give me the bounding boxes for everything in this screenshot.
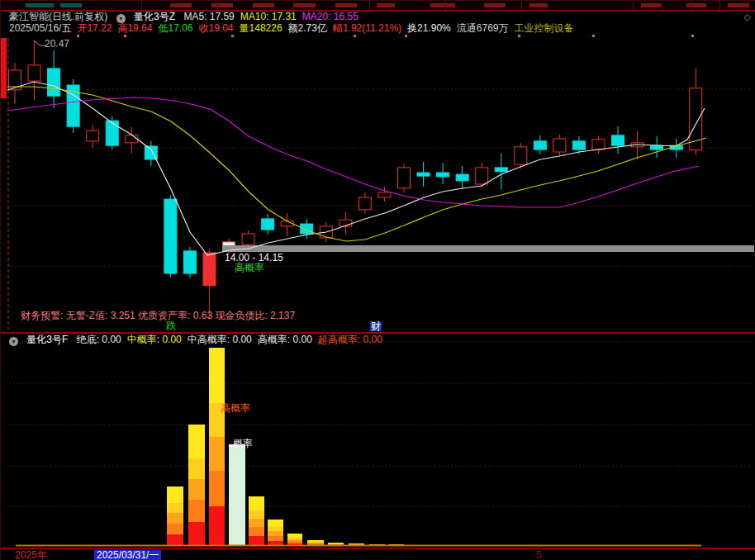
indicator2-stats: 绝底: 0.00中概率: 0.00中高概率: 0.00高概率: 0.00超高概率…: [77, 334, 388, 345]
candle-body: [515, 147, 527, 164]
hist-bar: [268, 520, 283, 546]
candle-body: [651, 145, 663, 149]
quote-token: 高19.64: [117, 22, 152, 34]
pane1-header: 豪江智能(日线.前复权) ▾ 量化3号Z MA5: 17.59MA10: 17.…: [9, 12, 370, 23]
candle-body: [495, 168, 507, 172]
quote-token[interactable]: 工业控制设备: [515, 22, 574, 34]
candle-body: [456, 174, 468, 181]
quote-token: 收19.04: [199, 22, 234, 34]
quote-token: 量148226: [240, 22, 283, 34]
ma-token: MA20: 16.55: [302, 11, 359, 22]
candle-body: [612, 135, 624, 145]
band-probability-label: 高概率: [235, 263, 264, 273]
indicator2-name: 量化3号F: [26, 334, 68, 345]
candle-body: [203, 253, 216, 286]
hist-bar: [188, 425, 205, 546]
hist-label-probability: 概率: [233, 439, 253, 448]
quote-token: 开17.22: [77, 22, 112, 34]
chart-canvas: [1, 1, 755, 560]
hist-label-high-probability: 高概率: [221, 403, 250, 413]
hist-bar: [249, 496, 264, 546]
quote-token: 低17.06: [158, 22, 192, 34]
quote-token: 流通6769万: [457, 22, 509, 34]
signal-dot: [518, 35, 520, 37]
ma5-line: [7, 82, 705, 255]
candle-body: [553, 139, 566, 152]
candle-body: [476, 168, 488, 184]
axis-partial-label: 5: [536, 550, 542, 560]
stat-token: 超高概率: 0.00: [318, 334, 382, 345]
finance-tag[interactable]: 财: [370, 321, 382, 331]
candle-body: [28, 65, 40, 81]
hist-bar: [229, 444, 245, 546]
candle-body: [126, 135, 138, 143]
ma-token: MA10: 17.31: [240, 11, 297, 22]
candle-body: [592, 140, 605, 149]
stat-token: 绝底: 0.00: [77, 334, 121, 345]
quote-token: 2025/05/16/五: [9, 22, 71, 34]
ma10-line: [7, 87, 706, 241]
signal-dot: [354, 35, 356, 37]
candle-body: [378, 192, 391, 197]
candle-body: [183, 251, 196, 273]
candle-body: [164, 199, 177, 273]
stat-token: 中高概率: 0.00: [188, 334, 252, 345]
axis-date-label: 2025/03/31/一: [94, 550, 161, 560]
high-price-label: 20.47: [45, 39, 69, 49]
axis-year-label: 2025年: [15, 550, 47, 560]
ma-token: MA5: 17.59: [183, 11, 234, 22]
pane2-header: ▾ 量化3号F 绝底: 0.00中概率: 0.00中高概率: 0.00高概率: …: [9, 335, 394, 346]
candle-body: [87, 131, 99, 141]
candle-body: [262, 219, 274, 230]
candle-body: [417, 173, 430, 176]
candle-body: [106, 121, 118, 145]
stat-token: 中概率: 0.00: [127, 334, 182, 345]
candle-body: [359, 197, 371, 210]
ma-values: MA5: 17.59MA10: 17.31MA20: 16.55: [183, 11, 363, 22]
signal-dot: [592, 35, 595, 37]
fall-tag: 跌: [166, 320, 176, 330]
candle-body: [572, 141, 585, 149]
hist-bar: [209, 348, 225, 546]
ma20-line: [7, 97, 699, 207]
signal-dot: [405, 35, 407, 37]
indicator-name: 量化3号Z: [134, 11, 175, 22]
collapse-icon-2[interactable]: ▾: [9, 337, 18, 346]
trading-terminal-window: ◇ 豪江智能(日线.前复权) ▾ 量化3号Z MA5: 17.59MA10: 1…: [0, 0, 755, 560]
signal-dot: [77, 35, 79, 37]
stat-token: 高概率: 0.00: [258, 334, 312, 345]
time-axis: 2025年 2025/03/31/一 5: [1, 550, 755, 560]
candle-body: [398, 168, 411, 188]
hist-bar: [287, 534, 302, 546]
candle-body: [242, 234, 254, 244]
hist-bar: [167, 486, 183, 546]
finance-warning-text: 财务预警: 无警-Z值: 3.251 优质资产率: 0.63 现金负债比: 2.…: [21, 311, 295, 320]
quote-row: 2025/05/16/五开17.22高19.64低17.06收19.04量148…: [9, 23, 580, 34]
probability-band: [222, 245, 754, 252]
signal-dot: [231, 35, 234, 37]
quote-token: 换21.90%: [407, 22, 451, 34]
stock-title: 豪江智能(日线.前复权): [9, 11, 107, 22]
candle-body: [48, 69, 60, 96]
signal-dot: [691, 35, 694, 37]
expand-diamond-icon[interactable]: ◇: [744, 12, 751, 21]
left-axis-red-bar: [1, 38, 7, 98]
quote-token: 额2.73亿: [288, 22, 327, 34]
candle-body: [534, 141, 546, 149]
quote-token: 幅1.92(11.21%): [333, 22, 401, 34]
candle-body: [437, 173, 449, 177]
signal-dot: [124, 35, 126, 37]
